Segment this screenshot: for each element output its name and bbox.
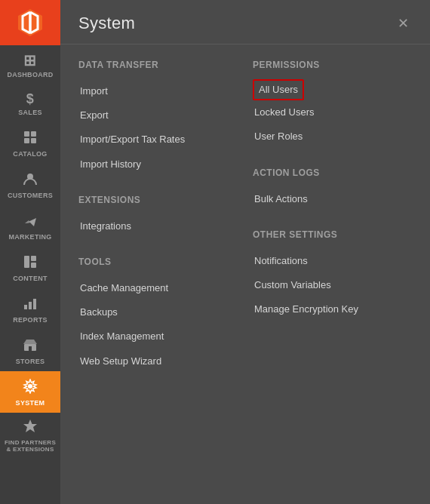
sidebar-item-sales[interactable]: $ SALES: [0, 85, 60, 122]
import-link[interactable]: Import: [78, 79, 238, 103]
action-logs-title: Action Logs: [253, 167, 412, 178]
panel-body: Data Transfer Import Export Import/Expor…: [60, 45, 430, 504]
backups-link[interactable]: Backups: [78, 300, 238, 324]
catalog-icon: [23, 130, 38, 147]
other-settings-section: Other Settings Notifications Custom Vari…: [253, 229, 412, 322]
sidebar: ⊞ DASHBOARD $ SALES CATALOG CUSTOMERS MA…: [0, 0, 60, 504]
user-roles-link[interactable]: User Roles: [253, 124, 412, 149]
svg-rect-8: [31, 263, 36, 268]
sidebar-item-content[interactable]: CONTENT: [0, 247, 60, 288]
tools-section: Tools Cache Management Backups Index Man…: [78, 257, 238, 373]
manage-encryption-key-link[interactable]: Manage Encryption Key: [253, 297, 412, 321]
sidebar-item-customers[interactable]: CUSTOMERS: [0, 164, 60, 205]
cache-management-link[interactable]: Cache Management: [78, 276, 238, 300]
extensions-section: Extensions Integrations: [78, 195, 238, 238]
tools-title: Tools: [78, 257, 238, 267]
action-logs-section: Action Logs Bulk Actions: [253, 167, 412, 211]
customers-icon: [23, 171, 38, 189]
magento-logo-icon: [15, 8, 45, 38]
sidebar-item-label: CUSTOMERS: [8, 192, 53, 199]
sidebar-item-label: MARKETING: [8, 233, 51, 241]
close-button[interactable]: ✕: [395, 15, 412, 32]
integrations-link[interactable]: Integrations: [78, 214, 238, 238]
svg-marker-15: [23, 419, 37, 432]
right-column: Permissions All Users Locked Users User …: [253, 60, 412, 489]
content-icon: [23, 254, 38, 272]
sidebar-item-marketing[interactable]: MARKETING: [0, 205, 60, 247]
reports-icon: [23, 296, 38, 313]
sidebar-item-find-partners[interactable]: FIND PARTNERS & EXTENSIONS: [0, 413, 60, 459]
notifications-link[interactable]: Notifications: [253, 249, 412, 273]
custom-variables-link[interactable]: Custom Variables: [253, 273, 412, 297]
extensions-title: Extensions: [78, 195, 238, 205]
web-setup-wizard-link[interactable]: Web Setup Wizard: [78, 349, 238, 373]
sidebar-item-dashboard[interactable]: ⊞ DASHBOARD: [0, 45, 60, 85]
permissions-section: Permissions All Users Locked Users User …: [253, 60, 412, 149]
export-link[interactable]: Export: [78, 103, 238, 128]
sidebar-item-label: CATALOG: [13, 150, 47, 158]
left-column: Data Transfer Import Export Import/Expor…: [78, 60, 253, 489]
system-panel: System ✕ Data Transfer Import Export Imp…: [60, 0, 430, 504]
stores-icon: [23, 337, 38, 355]
sidebar-item-label: DASHBOARD: [7, 71, 53, 78]
dashboard-icon: ⊞: [23, 53, 36, 68]
sidebar-item-label: STORES: [16, 358, 45, 365]
bulk-actions-link[interactable]: Bulk Actions: [253, 187, 412, 211]
sidebar-item-label: SALES: [18, 109, 42, 116]
other-settings-title: Other Settings: [253, 229, 412, 240]
svg-rect-2: [31, 131, 36, 137]
sidebar-item-label: CONTENT: [13, 275, 48, 282]
import-history-link[interactable]: Import History: [78, 152, 238, 177]
system-icon: [23, 379, 38, 396]
svg-rect-11: [33, 299, 36, 309]
sales-icon: $: [26, 92, 34, 106]
sidebar-item-stores[interactable]: STORES: [0, 330, 60, 371]
svg-rect-7: [31, 256, 36, 261]
svg-point-14: [28, 384, 32, 389]
import-export-tax-link[interactable]: Import/Export Tax Rates: [78, 128, 238, 152]
all-users-link[interactable]: All Users: [253, 79, 304, 100]
marketing-icon: [23, 213, 38, 230]
data-transfer-section: Data Transfer Import Export Import/Expor…: [78, 60, 238, 177]
panel-title: System: [78, 14, 135, 33]
svg-rect-1: [24, 131, 29, 137]
main-overlay: System ✕ Data Transfer Import Export Imp…: [60, 0, 430, 504]
find-partners-icon: [23, 419, 38, 436]
sidebar-item-label: FIND PARTNERS & EXTENSIONS: [3, 439, 57, 453]
svg-rect-4: [31, 138, 36, 143]
sidebar-item-label: REPORTS: [13, 316, 48, 324]
svg-rect-6: [24, 256, 29, 268]
locked-users-link[interactable]: Locked Users: [253, 100, 412, 124]
sidebar-item-system[interactable]: SYSTEM: [0, 371, 60, 413]
svg-rect-10: [29, 302, 32, 309]
sidebar-item-reports[interactable]: REPORTS: [0, 288, 60, 330]
index-management-link[interactable]: Index Management: [78, 324, 238, 349]
svg-rect-13: [29, 346, 32, 351]
panel-header: System ✕: [60, 0, 430, 45]
svg-rect-3: [24, 138, 29, 143]
data-transfer-title: Data Transfer: [78, 60, 238, 70]
sidebar-item-catalog[interactable]: CATALOG: [0, 122, 60, 164]
sidebar-item-label: SYSTEM: [16, 399, 45, 407]
magento-logo-container: [0, 0, 60, 45]
permissions-title: Permissions: [253, 60, 412, 70]
svg-rect-9: [24, 305, 27, 309]
